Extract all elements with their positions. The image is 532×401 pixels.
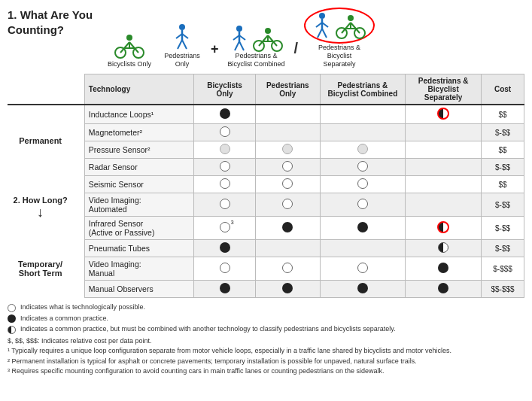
table-row: Infrared Sensor(Active or Passive) 3 $-$… — [8, 217, 524, 240]
svg-line-17 — [235, 41, 239, 50]
cell-seismic-bike — [194, 176, 256, 193]
table-row: Temporary/Short Term Pneumatic Tubes $-$… — [8, 240, 524, 257]
cell-vidauto-ped — [256, 193, 320, 217]
cell-inductance-separate — [406, 105, 482, 124]
tech-infrared: Infrared Sensor(Active or Passive) — [84, 217, 193, 240]
cell-manual-ped — [256, 281, 320, 298]
cell-infrared-bike: 3 — [194, 217, 256, 240]
table-row: Pressure Sensor² $$ — [8, 141, 524, 159]
cell-mag-bike — [194, 124, 256, 141]
cell-vidauto-separate — [406, 193, 482, 217]
cell-vidman-ped — [256, 257, 320, 281]
tech-video-manual: Video Imaging:Manual — [84, 257, 193, 281]
cell-inductance-cost: $$ — [482, 105, 524, 124]
cell-radar-combined — [320, 159, 406, 176]
header-section: 1. What Are You Counting? Bicyclists Onl… — [8, 8, 524, 68]
table-row: Radar Sensor $-$$ — [8, 159, 524, 176]
svg-line-30 — [318, 29, 322, 38]
legend-possible: Indicates what is technologically possib… — [8, 302, 524, 313]
tech-video-automated: Video Imaging:Automated — [84, 193, 193, 217]
tech-inductance: Inductance Loops¹ — [84, 105, 193, 124]
cell-vidman-combined — [320, 257, 406, 281]
tech-pneumatic: Pneumatic Tubes — [84, 240, 193, 257]
legend-common-text: Indicates a common practice. — [20, 314, 108, 324]
combined-label: Pedestrians &Bicyclist Combined — [228, 52, 285, 68]
cell-mag-ped — [256, 124, 320, 141]
page-title: 1. What Are You Counting? — [8, 8, 105, 37]
cell-manual-combined — [320, 281, 406, 298]
cell-vidman-cost: $-$$$ — [482, 257, 524, 281]
cell-pressure-combined — [320, 141, 406, 159]
col-pedestrians: PedestriansOnly — [256, 74, 320, 105]
cell-seismic-separate — [406, 176, 482, 193]
svg-point-25 — [265, 28, 271, 34]
footnote-3: ³ Requires specific mounting configurati… — [8, 366, 524, 377]
bicyclists-icon — [113, 32, 146, 60]
col-bicyclists: BicyclistsOnly — [194, 74, 256, 105]
svg-line-12 — [182, 40, 187, 49]
main-table: Technology BicyclistsOnly PedestriansOnl… — [8, 74, 524, 298]
cell-seismic-cost: $$ — [482, 176, 524, 193]
cell-mag-combined — [320, 124, 406, 141]
pedestrians-label: PedestriansOnly — [164, 52, 200, 68]
cell-manual-separate — [406, 281, 482, 298]
cell-pneumatic-ped — [256, 240, 320, 257]
bicyclists-label: Bicyclists Only — [108, 60, 151, 68]
counting-icons: Bicyclists Only PedestriansOnly + — [105, 8, 524, 68]
cell-inductance-bike — [194, 105, 256, 124]
footer-section: Indicates what is technologically possib… — [8, 302, 524, 377]
cell-radar-separate — [406, 159, 482, 176]
cell-mag-separate — [406, 124, 482, 141]
table-row: Magnetometer² $-$$ — [8, 124, 524, 141]
how-long-label-row: 2. How Long? ↓ Seismic Sensor $$ — [8, 176, 524, 193]
svg-point-26 — [319, 13, 325, 19]
legend-combined: Indicates a common practice, but must be… — [8, 324, 524, 335]
table-row: Permanent Inductance Loops¹ $$ — [8, 105, 524, 124]
legend-possible-text: Indicates what is technologically possib… — [20, 302, 145, 313]
cell-seismic-ped — [256, 176, 320, 193]
svg-point-6 — [126, 35, 132, 41]
slash-icon: / — [294, 40, 299, 57]
table-row: Video Imaging:Manual $-$$$ — [8, 257, 524, 281]
separate-label: Pedestrians & BicyclistSeparately — [306, 44, 373, 68]
cell-manual-cost: $$-$$$ — [482, 281, 524, 298]
col-cost: Cost — [482, 74, 524, 105]
cell-radar-cost: $-$$ — [482, 159, 524, 176]
tech-magnetometer: Magnetometer² — [84, 124, 193, 141]
temporary-label: Temporary/Short Term — [18, 260, 62, 278]
cell-pneumatic-bike — [194, 240, 256, 257]
cost-note: $, $$, $$$: Indicates relative cost per … — [8, 336, 524, 347]
cell-infrared-ped — [256, 217, 320, 240]
col-combined: Pedestrians &Bicyclist Combined — [320, 74, 406, 105]
cell-vidman-bike — [194, 257, 256, 281]
col-separate: Pedestrians & BicyclistSeparately — [406, 74, 482, 105]
cell-infrared-cost: $-$$ — [482, 217, 524, 240]
cell-vidauto-bike — [194, 193, 256, 217]
svg-point-7 — [179, 24, 185, 30]
cell-inductance-ped — [256, 105, 320, 124]
footnote-1: ¹ Typically requires a unique loop confi… — [8, 346, 524, 357]
cell-pneumatic-separate — [406, 240, 482, 257]
cell-seismic-combined — [320, 176, 406, 193]
permanent-label: Permanent — [8, 105, 73, 176]
svg-point-13 — [236, 26, 242, 32]
how-long-label: 2. How Long? ↓ — [11, 196, 69, 220]
technology-table: Technology BicyclistsOnly PedestriansOnl… — [8, 74, 524, 298]
ped-bike-combined-icon — [229, 25, 284, 52]
cell-radar-ped — [256, 159, 320, 176]
tech-seismic: Seismic Sensor — [84, 176, 193, 193]
cell-vidman-separate — [406, 257, 482, 281]
cell-pressure-bike — [194, 141, 256, 159]
svg-point-38 — [348, 15, 354, 21]
cell-manual-bike — [194, 281, 256, 298]
col-technology: Technology — [84, 74, 193, 105]
svg-line-31 — [322, 29, 327, 38]
cell-mag-cost: $-$$ — [482, 124, 524, 141]
legend-combined-text: Indicates a common practice, but must be… — [20, 324, 396, 335]
cell-inductance-combined — [320, 105, 406, 124]
cell-pressure-ped — [256, 141, 320, 159]
tech-manual-observers: Manual Observers — [84, 281, 193, 298]
ped-bike-separate-icon — [304, 8, 375, 44]
cell-infrared-combined — [320, 217, 406, 240]
tech-pressure: Pressure Sensor² — [84, 141, 193, 159]
